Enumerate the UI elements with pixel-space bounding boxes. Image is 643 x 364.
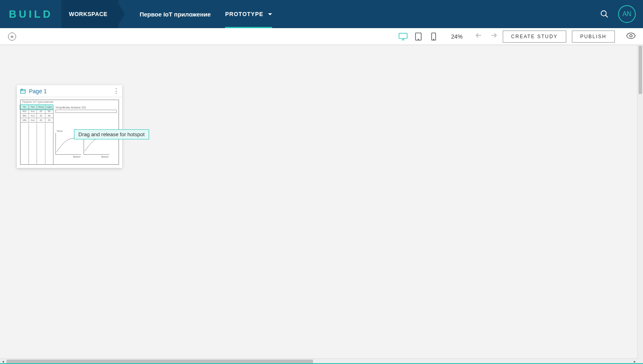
add-page-button[interactable]: + xyxy=(8,33,16,41)
nav-workspace[interactable]: WORKSPACE xyxy=(61,0,119,28)
svg-point-0 xyxy=(601,11,606,16)
page-menu-icon[interactable]: ⋮ xyxy=(113,87,119,95)
nav-project-title[interactable]: Первое IoT приложение xyxy=(125,11,225,18)
svg-rect-2 xyxy=(399,33,407,38)
page-icon xyxy=(20,89,26,94)
canvas[interactable]: Page 1 ⋮ Первое IoT приложение № Тип Tem… xyxy=(0,45,643,364)
page-card[interactable]: Page 1 ⋮ Первое IoT приложение № Тип Tem… xyxy=(17,85,122,168)
device-tablet-icon[interactable] xyxy=(414,33,423,41)
undo-button[interactable] xyxy=(475,32,483,41)
svg-point-9 xyxy=(630,35,632,37)
nav-prototype-label: PROTOTYPE xyxy=(225,11,263,17)
vertical-scroll-thumb[interactable] xyxy=(639,46,642,94)
page-title[interactable]: Page 1 xyxy=(29,88,110,94)
breadcrumb-chevron-icon xyxy=(116,0,125,28)
sketch-title: Первое IoT приложение xyxy=(22,100,53,103)
page-header: Page 1 ⋮ xyxy=(17,85,122,97)
svg-point-6 xyxy=(418,39,419,40)
user-avatar[interactable]: AN xyxy=(618,5,636,23)
hotspot-tooltip: Drag and release for hotspot xyxy=(74,129,149,139)
svg-point-8 xyxy=(433,39,434,40)
page-thumbnail[interactable]: Первое IoT приложение № Тип Temp Light 4… xyxy=(17,97,122,168)
nav-prototype-tab[interactable]: PROTOTYPE xyxy=(225,0,272,28)
preview-icon[interactable] xyxy=(626,33,635,41)
device-desktop-icon[interactable] xyxy=(398,33,408,41)
svg-line-1 xyxy=(606,15,608,18)
sketch-table: № Тип Temp Light 452 Ard 25 58 482 xyxy=(20,105,53,164)
app-logo[interactable]: BUILD xyxy=(0,8,61,20)
search-icon[interactable] xyxy=(600,9,609,19)
chevron-down-icon[interactable] xyxy=(268,13,272,15)
redo-button[interactable] xyxy=(489,32,497,41)
vertical-scrollbar[interactable] xyxy=(637,45,643,358)
svg-rect-10 xyxy=(20,90,25,93)
zoom-level[interactable]: 24% xyxy=(451,33,463,40)
device-phone-icon[interactable] xyxy=(429,33,438,41)
device-switcher xyxy=(398,33,438,41)
toolbar: + 24% CREATE STUDY PUBLISH xyxy=(0,28,643,45)
publish-button[interactable]: PUBLISH xyxy=(572,31,615,43)
top-nav: BUILD WORKSPACE Первое IoT приложение PR… xyxy=(0,0,643,28)
create-study-button[interactable]: CREATE STUDY xyxy=(503,31,566,43)
